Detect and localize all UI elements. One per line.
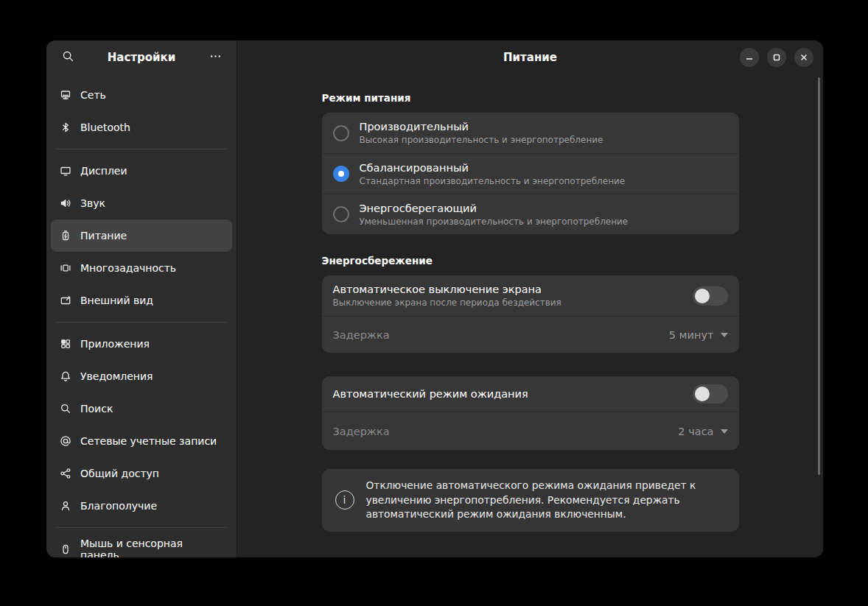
- menu-ellipsis-icon: [209, 50, 222, 66]
- power-mode-option-balanced[interactable]: Сбалансированный Стандартная производите…: [322, 153, 739, 194]
- power-battery-icon: [60, 230, 71, 242]
- sidebar-item-search[interactable]: Поиск: [51, 392, 232, 425]
- sidebar-item-sound[interactable]: Звук: [51, 187, 232, 219]
- sidebar: Настройки Сеть: [46, 40, 237, 557]
- option-subtitle: Стандартная производительность и энергоп…: [360, 176, 728, 186]
- option-subtitle: Уменьшенная производительность и энергоп…: [360, 216, 728, 227]
- screen-off-delay-dropdown[interactable]: 5 минут: [669, 329, 728, 341]
- delay-value: 5 минут: [669, 329, 714, 341]
- minimize-button[interactable]: [740, 48, 759, 67]
- sidebar-item-label: Поиск: [80, 403, 113, 415]
- sidebar-item-label: Сетевые учетные записи: [80, 435, 217, 447]
- screen-off-card: Автоматическое выключение экрана Выключе…: [322, 275, 739, 353]
- close-icon: [798, 52, 810, 63]
- maximize-button[interactable]: [767, 48, 786, 67]
- page-title: Питание: [503, 51, 557, 64]
- sidebar-item-label: Благополучие: [80, 500, 157, 512]
- info-text: Отключение автоматического режима ожидан…: [366, 479, 720, 522]
- sidebar-item-label: Уведомления: [80, 370, 153, 382]
- search-icon: [60, 403, 71, 415]
- suspend-delay-row[interactable]: Задержка 2 часа: [322, 412, 739, 450]
- sidebar-item-label: Мышь и сенсорная панель: [80, 538, 223, 557]
- screen-off-subtitle: Выключение экрана после периода бездейст…: [333, 297, 682, 308]
- delay-label: Задержка: [333, 426, 668, 437]
- speaker-icon: [60, 197, 71, 209]
- radio-checked[interactable]: [333, 166, 349, 182]
- screen-off-row: Автоматическое выключение экрана Выключе…: [322, 275, 739, 316]
- suspend-title: Автоматический режим ожидания: [333, 388, 682, 400]
- sidebar-separator: [57, 322, 226, 323]
- sidebar-item-label: Внешний вид: [80, 295, 153, 306]
- power-mode-card: Производительный Высокая производительно…: [322, 113, 739, 234]
- radio-unchecked[interactable]: [333, 125, 349, 141]
- sidebar-separator: [57, 149, 226, 149]
- at-sign-icon: [60, 435, 71, 447]
- info-icon: i: [335, 490, 354, 510]
- delay-value: 2 часа: [678, 426, 713, 437]
- main-menu-button[interactable]: [204, 46, 226, 68]
- suspend-toggle[interactable]: [693, 384, 728, 404]
- sidebar-item-label: Сеть: [80, 89, 106, 101]
- sidebar-item-notifications[interactable]: Уведомления: [51, 360, 232, 392]
- toggle-knob: [695, 289, 710, 303]
- sidebar-item-power[interactable]: Питание: [51, 219, 232, 252]
- sidebar-item-label: Дисплеи: [80, 165, 127, 177]
- sidebar-item-label: Приложения: [80, 338, 150, 350]
- power-saving-section-title: Энергосбережение: [322, 255, 739, 267]
- sidebar-item-online-accounts[interactable]: Сетевые учетные записи: [51, 425, 232, 457]
- screen-off-delay-row[interactable]: Задержка 5 минут: [322, 316, 739, 353]
- search-button[interactable]: [57, 46, 79, 68]
- radio-unchecked[interactable]: [333, 206, 349, 222]
- option-title: Производительный: [360, 121, 728, 133]
- apps-grid-icon: [60, 338, 71, 350]
- share-icon: [60, 468, 71, 479]
- sidebar-item-label: Многозадачность: [80, 262, 176, 274]
- mouse-icon: [60, 543, 71, 555]
- sidebar-item-appearance[interactable]: Внешний вид: [51, 284, 232, 317]
- sidebar-title: Настройки: [79, 51, 204, 64]
- sidebar-item-wellbeing[interactable]: Благополучие: [51, 490, 232, 522]
- power-settings-content: Режим питания Производительный Высокая п…: [322, 74, 739, 532]
- toggle-knob: [695, 387, 710, 401]
- sidebar-item-multitasking[interactable]: Многозадачность: [51, 252, 232, 284]
- sidebar-item-displays[interactable]: Дисплеи: [51, 155, 232, 187]
- chevron-down-icon: [721, 333, 728, 337]
- search-icon: [62, 50, 74, 66]
- bell-icon: [60, 370, 71, 382]
- suspend-info-banner: i Отключение автоматического режима ожид…: [322, 469, 739, 532]
- header-bar: Питание: [237, 40, 823, 74]
- suspend-row: Автоматический режим ожидания: [322, 376, 739, 412]
- sidebar-item-apps[interactable]: Приложения: [51, 328, 232, 360]
- multitasking-icon: [60, 262, 71, 274]
- screen-off-toggle[interactable]: [693, 286, 728, 306]
- person-icon: [60, 500, 71, 512]
- power-mode-section-title: Режим питания: [322, 92, 739, 104]
- option-title: Энергосберегающий: [360, 202, 728, 214]
- sidebar-header: Настройки: [46, 40, 237, 74]
- power-mode-option-performance[interactable]: Производительный Высокая производительно…: [322, 113, 739, 153]
- bluetooth-icon: [60, 121, 71, 133]
- close-button[interactable]: [794, 48, 813, 67]
- suspend-delay-dropdown[interactable]: 2 часа: [678, 426, 727, 437]
- maximize-icon: [771, 52, 783, 63]
- appearance-icon: [60, 295, 71, 306]
- sidebar-item-mouse-touchpad[interactable]: Мышь и сенсорная панель: [51, 533, 232, 557]
- sidebar-item-bluetooth[interactable]: Bluetooth: [51, 111, 232, 144]
- vertical-scrollbar[interactable]: [818, 77, 820, 475]
- option-subtitle: Высокая производительность и энергопотре…: [360, 135, 728, 145]
- chevron-down-icon: [721, 429, 728, 434]
- screen-off-title: Автоматическое выключение экрана: [333, 283, 682, 295]
- sidebar-list: Сеть Bluetooth Дисплеи: [46, 74, 237, 557]
- option-title: Сбалансированный: [360, 162, 728, 174]
- minimize-icon: [743, 52, 755, 63]
- display-icon: [60, 165, 71, 177]
- desktop-background: Настройки Сеть: [0, 0, 868, 606]
- sidebar-item-label: Bluetooth: [80, 121, 130, 133]
- power-mode-option-powersaver[interactable]: Энергосберегающий Уменьшенная производит…: [322, 194, 739, 234]
- network-icon: [60, 89, 71, 101]
- main-panel: Питание Режим питания: [237, 40, 823, 557]
- suspend-card: Автоматический режим ожидания Задержка 2…: [322, 376, 739, 450]
- sidebar-item-network[interactable]: Сеть: [51, 79, 232, 111]
- sidebar-item-label: Питание: [80, 230, 127, 242]
- sidebar-item-sharing[interactable]: Общий доступ: [51, 457, 232, 490]
